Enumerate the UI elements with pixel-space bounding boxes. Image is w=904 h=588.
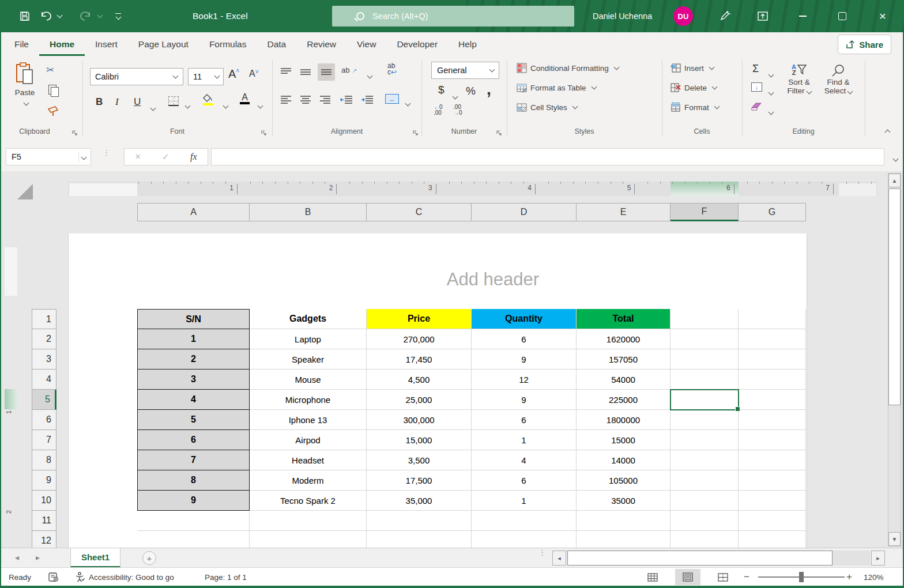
cell-C2[interactable]: 270,000 — [367, 329, 472, 349]
orientation-dropdown[interactable] — [366, 70, 372, 80]
align-right-button[interactable] — [319, 95, 331, 107]
user-name[interactable]: Daniel Uchenna — [593, 0, 652, 32]
row-header-10[interactable]: 10 — [32, 491, 56, 511]
merge-center-dropdown[interactable] — [404, 97, 410, 108]
menu-tab-developer[interactable]: Developer — [386, 32, 448, 56]
vertical-scrollbar[interactable]: ▲ ▼ — [888, 173, 901, 546]
zoom-level[interactable]: 120% — [864, 568, 884, 586]
column-header-E[interactable]: E — [577, 203, 671, 221]
cell-B11[interactable] — [250, 511, 367, 531]
search-box[interactable]: Search (Alt+Q) — [332, 6, 574, 27]
format-painter-button[interactable] — [47, 105, 60, 119]
cell-F2[interactable] — [671, 329, 739, 349]
menu-tab-file[interactable]: File — [4, 32, 39, 56]
increase-indent-button[interactable] — [361, 95, 374, 107]
align-center-button[interactable] — [300, 95, 311, 107]
cell-E6[interactable]: 1800000 — [577, 410, 671, 430]
undo-button[interactable] — [38, 8, 53, 24]
copy-button[interactable] — [48, 85, 56, 95]
cell-E11[interactable] — [577, 511, 671, 531]
percent-style-button[interactable]: % — [466, 85, 476, 97]
column-header-A[interactable]: A — [137, 203, 250, 221]
scroll-down-arrow[interactable]: ▼ — [888, 532, 901, 546]
cell-D2[interactable]: 6 — [472, 329, 577, 349]
cell-F3[interactable] — [671, 349, 739, 370]
cell-C12[interactable] — [367, 531, 472, 548]
column-header-F[interactable]: F — [671, 203, 739, 221]
cell-G11[interactable] — [739, 511, 806, 531]
menu-tab-help[interactable]: Help — [448, 32, 487, 56]
format-cells-button[interactable]: Format — [671, 102, 719, 112]
wrap-text-button[interactable]: abc↩ — [387, 63, 397, 76]
cell-B8[interactable]: Headset — [250, 450, 367, 470]
cut-button[interactable]: ✂ — [46, 64, 54, 76]
autosum-dropdown[interactable] — [767, 69, 773, 79]
save-button[interactable] — [17, 8, 32, 24]
row-header-7[interactable]: 7 — [32, 430, 56, 450]
cell-B6[interactable]: Iphone 13 — [250, 410, 367, 430]
cell-G1[interactable] — [739, 309, 806, 329]
cell-C3[interactable]: 17,450 — [367, 349, 472, 370]
accounting-format-button[interactable]: $ — [438, 84, 445, 96]
cell-B12[interactable] — [250, 531, 367, 548]
fill-color-button[interactable] — [203, 94, 213, 105]
align-middle-button[interactable] — [300, 67, 311, 79]
cell-C10[interactable]: 35,000 — [367, 491, 472, 511]
cell-E10[interactable]: 35000 — [577, 491, 671, 511]
cell-A9[interactable]: 8 — [137, 470, 250, 491]
column-header-B[interactable]: B — [250, 203, 367, 221]
redo-button[interactable] — [78, 8, 93, 24]
cell-D4[interactable]: 12 — [472, 370, 577, 390]
clipboard-dialog-launcher[interactable] — [71, 129, 79, 136]
font-color-button[interactable]: A — [240, 93, 250, 104]
next-sheet-arrow[interactable]: ▸ — [36, 553, 40, 562]
table-header-price[interactable]: Price — [367, 309, 472, 329]
insert-function-button[interactable]: fx — [190, 152, 197, 162]
cell-D3[interactable]: 9 — [472, 349, 577, 370]
cell-F1[interactable] — [671, 309, 739, 329]
undo-dropdown[interactable] — [54, 8, 62, 24]
formula-bar-grip[interactable]: ⋮ — [103, 150, 110, 154]
table-header-gadgets[interactable]: Gadgets — [250, 309, 367, 329]
cell-C5[interactable]: 25,000 — [367, 390, 472, 410]
formula-input[interactable] — [211, 148, 884, 165]
orientation-button[interactable]: ab→ — [341, 65, 357, 74]
zoom-out-button[interactable]: − — [744, 568, 749, 586]
row-header-11[interactable]: 11 — [32, 511, 56, 531]
expand-formula-bar[interactable] — [891, 153, 898, 163]
cell-C4[interactable]: 4,500 — [367, 370, 472, 390]
increase-font-button[interactable]: A˄ — [228, 67, 239, 81]
avatar[interactable]: DU — [673, 6, 693, 26]
cell-F8[interactable] — [671, 450, 739, 470]
cell-A12[interactable] — [137, 531, 250, 548]
hscroll-right-arrow[interactable]: ▸ — [871, 551, 885, 566]
column-header-G[interactable]: G — [739, 203, 806, 221]
cell-B9[interactable]: Moderm — [250, 470, 367, 491]
row-header-6[interactable]: 6 — [32, 410, 56, 430]
close-button[interactable]: × — [869, 0, 896, 32]
prev-sheet-arrow[interactable]: ◂ — [15, 553, 19, 562]
column-header-C[interactable]: C — [367, 203, 472, 221]
find-select-button[interactable]: Find & Select — [821, 64, 856, 95]
font-size-combo[interactable]: 11 — [188, 68, 224, 85]
cell-B10[interactable]: Tecno Spark 2 — [250, 491, 367, 511]
normal-view-button[interactable] — [640, 569, 665, 585]
cell-B5[interactable]: Microphone — [250, 390, 367, 410]
cell-B4[interactable]: Mouse — [250, 370, 367, 390]
cell-E7[interactable]: 15000 — [577, 430, 671, 450]
cell-E3[interactable]: 157050 — [577, 349, 671, 370]
cell-C9[interactable]: 17,500 — [367, 470, 472, 491]
underline-dropdown[interactable] — [149, 102, 155, 112]
row-header-2[interactable]: 2 — [32, 329, 56, 349]
conditional-formatting-button[interactable]: Conditional Formatting — [517, 63, 619, 73]
cell-A6[interactable]: 5 — [137, 410, 250, 430]
accounting-dropdown[interactable] — [451, 91, 457, 101]
ribbon-display-options-button[interactable] — [749, 0, 776, 32]
clear-button[interactable] — [751, 102, 762, 114]
cell-F12[interactable] — [671, 531, 739, 548]
align-top-button[interactable] — [280, 67, 292, 79]
enter-button[interactable]: ✓ — [162, 152, 170, 162]
maximize-button[interactable] — [829, 0, 856, 32]
comma-style-button[interactable]: , — [487, 80, 491, 99]
cell-E12[interactable] — [577, 531, 671, 548]
